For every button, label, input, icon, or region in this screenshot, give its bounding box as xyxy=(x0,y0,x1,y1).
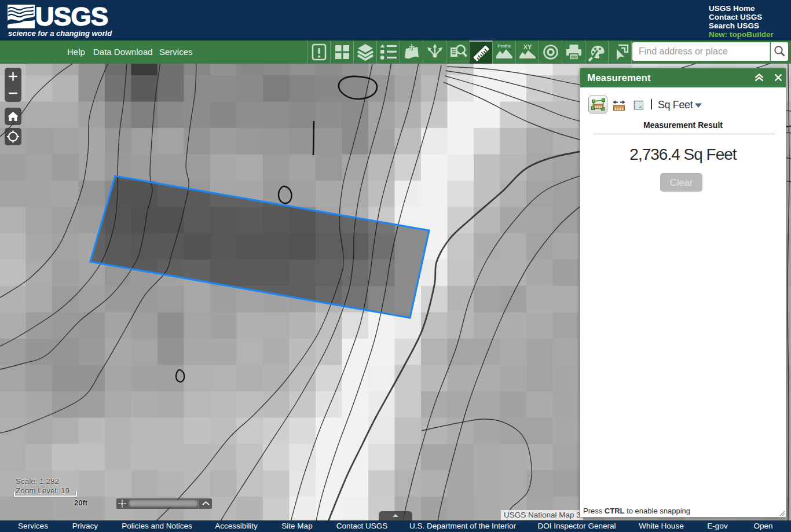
svg-text:XY: XY xyxy=(523,43,532,50)
svg-text:science for a changing world: science for a changing world xyxy=(8,29,112,38)
svg-text:USGS: USGS xyxy=(35,2,108,31)
svg-text:Profile: Profile xyxy=(497,43,511,49)
